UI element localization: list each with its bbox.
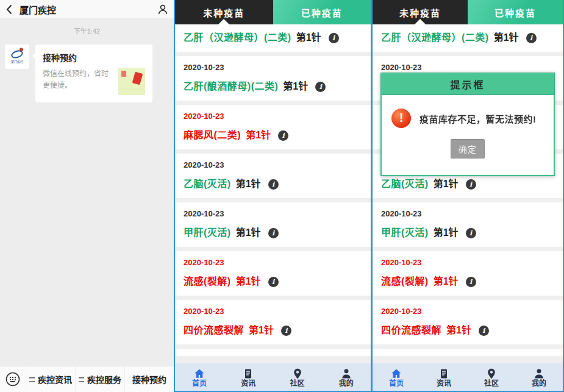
keyboard-icon[interactable] — [0, 372, 26, 387]
tab-vaccinated[interactable]: 已种疫苗 — [273, 0, 371, 24]
info-icon[interactable] — [268, 179, 279, 190]
vaccine-name: 麻腮风(二类) — [184, 129, 241, 141]
tab-unvaccinated[interactable]: 未种疫苗 — [373, 0, 468, 24]
info-icon[interactable] — [526, 33, 537, 43]
info-icon[interactable] — [315, 82, 326, 92]
vaccine-card[interactable]: 2020-10-23 甲肝(灭活) 第1针 — [175, 202, 371, 247]
vaccine-dose: 第1针 — [246, 129, 271, 141]
nav-community[interactable]: 社区 — [468, 368, 515, 387]
vaccine-dose: 第1针 — [446, 324, 471, 337]
back-icon[interactable] — [6, 4, 12, 15]
vaccine-date: 2020-10-23 — [381, 258, 554, 266]
news-icon — [242, 368, 254, 380]
chat-title: 厦门疾控 — [20, 3, 56, 16]
info-icon[interactable] — [466, 179, 476, 190]
tab-unvaccinated[interactable]: 未种疫苗 — [175, 0, 273, 24]
vaccine-date: 2020-10-23 — [184, 112, 362, 120]
location-pin-icon — [485, 368, 498, 380]
menu-item-cdc-services[interactable]: 疾控服务 — [75, 366, 124, 392]
chat-body: 下午1:42 厦门疾控 接种预约 微信在线预约，省时更便捷。 — [0, 18, 174, 366]
nav-label: 资讯 — [437, 380, 451, 387]
info-icon[interactable] — [466, 228, 476, 238]
vaccine-card[interactable]: 2020-10-23 乙肝(酿酒酵母)(二类) 第1针 — [175, 56, 371, 101]
contact-icon[interactable] — [158, 4, 168, 15]
menu-item-vaccination-booking[interactable]: 接种预约 — [124, 366, 174, 392]
vaccine-card[interactable]: 2020-10-23 四价流感裂解 第1针 — [175, 300, 371, 344]
info-icon[interactable] — [479, 326, 489, 336]
menu-item-cdc-news[interactable]: 疾控资讯 — [26, 366, 75, 392]
nav-label: 社区 — [484, 380, 499, 387]
vaccine-tabs: 未种疫苗 已种疫苗 — [175, 0, 371, 24]
nav-label: 首页 — [389, 380, 404, 387]
chat-menu-bar: 疾控资讯 疾控服务 接种预约 — [0, 366, 174, 392]
location-pin-icon — [291, 368, 304, 380]
vaccine-name: 甲肝(灭活) — [381, 227, 429, 239]
vaccine-card[interactable]: 乙肝（汉逊酵母）(二类) 第1针 — [373, 24, 563, 52]
tab-vaccinated[interactable]: 已种疫苗 — [468, 0, 563, 24]
vaccine-name: 流感(裂解) — [381, 276, 429, 288]
alert-icon — [391, 109, 411, 128]
vaccine-card[interactable]: 2020-10-23 麻腮风(二类) 第1针 — [175, 105, 371, 149]
vaccine-card-partial — [175, 349, 371, 356]
info-icon[interactable] — [268, 228, 279, 238]
info-icon[interactable] — [466, 277, 476, 287]
nav-community[interactable]: 社区 — [273, 368, 322, 387]
nav-label: 我的 — [532, 380, 546, 387]
vaccine-name: 流感(裂解) — [184, 276, 231, 288]
vaccine-card[interactable]: 乙肝（汉逊酵母）(二类) 第1针 — [175, 24, 371, 52]
vaccine-dose: 第1针 — [249, 324, 274, 337]
vaccine-dose: 第1针 — [434, 178, 459, 190]
info-icon[interactable] — [278, 130, 288, 141]
message-title: 接种预约 — [43, 51, 145, 63]
vaccine-dose: 第1针 — [434, 276, 459, 288]
nav-label: 社区 — [290, 380, 305, 387]
message-card[interactable]: 接种预约 微信在线预约，省时更便捷。 — [35, 45, 152, 102]
vaccine-card[interactable]: 2020-10-23 流感(裂解) 第1针 — [373, 251, 563, 296]
nav-news[interactable]: 资讯 — [224, 368, 273, 387]
dialog-message: 疫苗库存不足，暂无法预约! — [419, 112, 544, 125]
info-icon[interactable] — [281, 326, 291, 336]
vaccine-date: 2020-10-23 — [184, 210, 362, 218]
vaccine-date: 2020-10-23 — [184, 63, 362, 71]
vaccine-card[interactable]: 2020-10-23 乙脑(灭活) 第1针 — [175, 154, 371, 198]
nav-label: 首页 — [192, 380, 207, 387]
vaccine-name: 乙脑(灭活) — [381, 178, 429, 190]
avatar-label: 厦门疾控 — [11, 59, 23, 63]
vaccine-card[interactable]: 2020-10-23 甲肝(灭活) 第1针 — [373, 202, 563, 247]
menu-item-label: 疾控资讯 — [38, 373, 72, 385]
vaccine-card[interactable]: 2020-10-23 四价流感裂解 第1针 — [373, 300, 563, 344]
home-icon — [390, 368, 402, 380]
vaccine-card[interactable]: 2020-10-23 流感(裂解) 第1针 — [175, 251, 371, 296]
vaccine-date: 2020-10-23 — [381, 63, 554, 71]
nav-home[interactable]: 首页 — [373, 368, 420, 387]
vaccine-dose: 第1针 — [494, 32, 519, 44]
vaccine-dose: 第1针 — [283, 80, 308, 93]
vaccine-date: 2020-10-23 — [184, 161, 362, 169]
confirm-button[interactable]: 确定 — [451, 139, 485, 159]
message-row: 厦门疾控 接种预约 微信在线预约，省时更便捷。 — [0, 35, 174, 102]
vaccine-dose: 第1针 — [434, 227, 459, 239]
avatar[interactable]: 厦门疾控 — [5, 45, 29, 69]
nav-label: 我的 — [339, 380, 354, 387]
vaccine-name: 乙脑(灭活) — [184, 178, 231, 190]
nav-mine[interactable]: 我的 — [515, 368, 563, 387]
message-thumbnail — [118, 68, 145, 95]
vaccine-card-partial — [373, 349, 563, 356]
vaccine-dose: 第1针 — [236, 276, 261, 288]
vaccine-list: 乙肝（汉逊酵母）(二类) 第1针 2020-10-23 乙肝(酿酒酵母)(二类)… — [175, 24, 371, 363]
cdc-logo-icon — [10, 49, 24, 60]
submenu-icon — [29, 377, 35, 382]
vaccine-date: 2020-10-23 — [381, 307, 554, 315]
vaccine-name: 甲肝(灭活) — [184, 227, 231, 239]
vaccine-name: 乙肝（汉逊酵母）(二类) — [184, 32, 291, 44]
info-icon[interactable] — [329, 33, 339, 43]
nav-home[interactable]: 首页 — [175, 368, 224, 387]
wechat-chat-panel: 厦门疾控 下午1:42 厦门疾控 接种预约 微信在线预约，省时更便捷。 — [0, 0, 174, 392]
message-subtitle: 微信在线预约，省时更便捷。 — [43, 68, 115, 95]
vaccine-date: 2020-10-23 — [381, 210, 554, 218]
info-icon[interactable] — [268, 277, 279, 287]
bottom-nav: 首页 资讯 社区 我的 — [175, 363, 371, 391]
nav-news[interactable]: 资讯 — [420, 368, 468, 387]
nav-mine[interactable]: 我的 — [322, 368, 371, 387]
bottom-nav: 首页 资讯 社区 我的 — [373, 363, 563, 391]
